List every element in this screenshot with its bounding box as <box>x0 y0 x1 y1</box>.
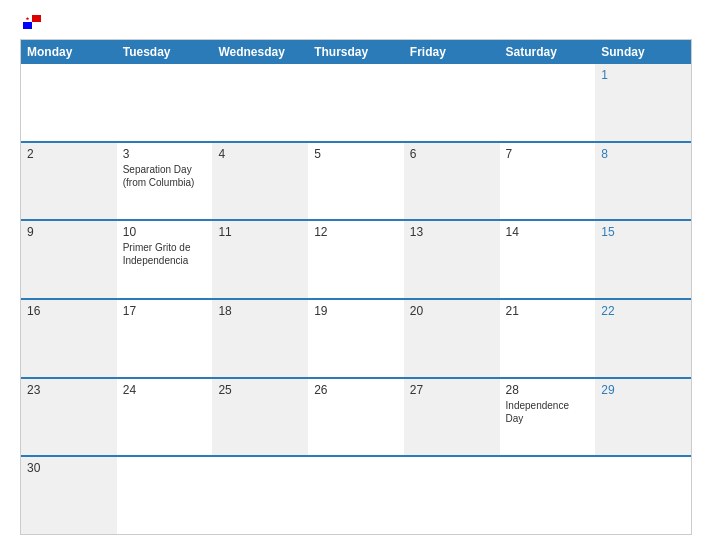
cal-cell: 12 <box>308 221 404 298</box>
day-number: 7 <box>506 147 590 161</box>
day-number: 16 <box>27 304 111 318</box>
logo <box>20 15 41 29</box>
cal-cell: 13 <box>404 221 500 298</box>
calendar-header-row: MondayTuesdayWednesdayThursdayFridaySatu… <box>21 40 691 64</box>
calendar-grid: MondayTuesdayWednesdayThursdayFridaySatu… <box>20 39 692 535</box>
cal-cell: 5 <box>308 143 404 220</box>
day-number: 10 <box>123 225 207 239</box>
week-row-3: 910Primer Grito de Independencia11121314… <box>21 219 691 298</box>
week-row-5: 232425262728Independence Day29 <box>21 377 691 456</box>
day-number: 21 <box>506 304 590 318</box>
cal-cell <box>308 457 404 534</box>
event-label: Independence Day <box>506 399 590 425</box>
header-cell-friday: Friday <box>404 40 500 64</box>
day-number: 26 <box>314 383 398 397</box>
calendar-body: 123Separation Day (from Columbia)4567891… <box>21 64 691 534</box>
header-cell-saturday: Saturday <box>500 40 596 64</box>
day-number: 1 <box>601 68 685 82</box>
cal-cell: 27 <box>404 379 500 456</box>
svg-rect-3 <box>32 22 41 29</box>
event-label: Primer Grito de Independencia <box>123 241 207 267</box>
cal-cell: 8 <box>595 143 691 220</box>
cal-cell: 3Separation Day (from Columbia) <box>117 143 213 220</box>
cal-cell: 1 <box>595 64 691 141</box>
day-number: 14 <box>506 225 590 239</box>
day-number: 12 <box>314 225 398 239</box>
day-number: 22 <box>601 304 685 318</box>
day-number: 28 <box>506 383 590 397</box>
header-cell-thursday: Thursday <box>308 40 404 64</box>
day-number: 20 <box>410 304 494 318</box>
week-row-6: 30 <box>21 455 691 534</box>
day-number: 25 <box>218 383 302 397</box>
cal-cell: 25 <box>212 379 308 456</box>
day-number: 11 <box>218 225 302 239</box>
week-row-2: 23Separation Day (from Columbia)45678 <box>21 141 691 220</box>
cal-cell: 7 <box>500 143 596 220</box>
cal-cell <box>21 64 117 141</box>
cal-cell: 9 <box>21 221 117 298</box>
week-row-4: 16171819202122 <box>21 298 691 377</box>
cal-cell: 23 <box>21 379 117 456</box>
day-number: 6 <box>410 147 494 161</box>
cal-cell: 10Primer Grito de Independencia <box>117 221 213 298</box>
cal-cell <box>404 64 500 141</box>
cal-cell: 30 <box>21 457 117 534</box>
cal-cell <box>212 64 308 141</box>
event-label: Separation Day (from Columbia) <box>123 163 207 189</box>
cal-cell: 28Independence Day <box>500 379 596 456</box>
header-cell-tuesday: Tuesday <box>117 40 213 64</box>
day-number: 27 <box>410 383 494 397</box>
day-number: 2 <box>27 147 111 161</box>
header-cell-wednesday: Wednesday <box>212 40 308 64</box>
cal-cell: 11 <box>212 221 308 298</box>
cal-cell: 22 <box>595 300 691 377</box>
cal-cell: 19 <box>308 300 404 377</box>
cal-cell <box>595 457 691 534</box>
cal-cell: 6 <box>404 143 500 220</box>
day-number: 3 <box>123 147 207 161</box>
day-number: 13 <box>410 225 494 239</box>
header <box>20 15 692 29</box>
cal-cell <box>212 457 308 534</box>
cal-cell <box>117 457 213 534</box>
cal-cell: 4 <box>212 143 308 220</box>
day-number: 18 <box>218 304 302 318</box>
header-cell-monday: Monday <box>21 40 117 64</box>
day-number: 17 <box>123 304 207 318</box>
cal-cell <box>117 64 213 141</box>
cal-cell: 16 <box>21 300 117 377</box>
day-number: 23 <box>27 383 111 397</box>
cal-cell: 2 <box>21 143 117 220</box>
cal-cell <box>500 64 596 141</box>
cal-cell: 26 <box>308 379 404 456</box>
day-number: 15 <box>601 225 685 239</box>
day-number: 29 <box>601 383 685 397</box>
cal-cell <box>500 457 596 534</box>
header-cell-sunday: Sunday <box>595 40 691 64</box>
day-number: 30 <box>27 461 111 475</box>
day-number: 19 <box>314 304 398 318</box>
day-number: 8 <box>601 147 685 161</box>
svg-rect-1 <box>32 15 41 22</box>
cal-cell <box>308 64 404 141</box>
day-number: 24 <box>123 383 207 397</box>
day-number: 9 <box>27 225 111 239</box>
week-row-1: 1 <box>21 64 691 141</box>
calendar-page: MondayTuesdayWednesdayThursdayFridaySatu… <box>0 0 712 550</box>
cal-cell: 14 <box>500 221 596 298</box>
cal-cell: 17 <box>117 300 213 377</box>
day-number: 4 <box>218 147 302 161</box>
cal-cell: 18 <box>212 300 308 377</box>
cal-cell: 15 <box>595 221 691 298</box>
cal-cell: 24 <box>117 379 213 456</box>
cal-cell: 20 <box>404 300 500 377</box>
day-number: 5 <box>314 147 398 161</box>
logo-flag-icon <box>23 15 41 29</box>
svg-rect-2 <box>23 22 32 29</box>
cal-cell: 29 <box>595 379 691 456</box>
cal-cell: 21 <box>500 300 596 377</box>
cal-cell <box>404 457 500 534</box>
